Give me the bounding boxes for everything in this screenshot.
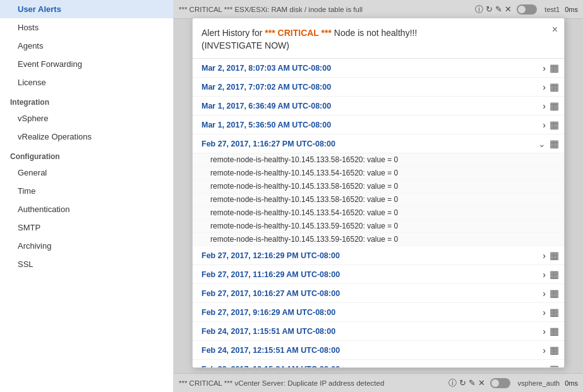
- sub-row-4-1: remote-node-is-healthy-10.145.133.54-165…: [193, 167, 564, 180]
- history-row-10[interactable]: Feb 24, 2017, 12:15:51 AM UTC-08:00 › ▦: [193, 341, 564, 360]
- alert-history-modal: Alert History for *** CRITICAL *** Node …: [192, 18, 565, 368]
- chevron-right-icon: ›: [543, 101, 546, 111]
- chart-icon: ▦: [550, 325, 559, 337]
- history-date-6: Feb 27, 2017, 11:16:29 AM UTC-08:00: [201, 270, 543, 279]
- sidebar-item-vrealize[interactable]: vRealize Operations: [0, 128, 173, 146]
- main-content: *** CRITICAL *** ESX/ESXi: RAM disk / in…: [174, 0, 583, 392]
- chart-icon: ▦: [550, 81, 559, 93]
- history-row-9[interactable]: Feb 24, 2017, 1:15:51 AM UTC-08:00 › ▦: [193, 322, 564, 341]
- chart-icon: ▦: [550, 138, 559, 150]
- chart-icon: ▦: [550, 287, 559, 299]
- chart-icon: ▦: [550, 62, 559, 74]
- sub-row-4-6: remote-node-is-healthy-10.145.133.59-165…: [193, 233, 564, 246]
- history-row-11[interactable]: Feb 23, 2017, 10:15:34 AM UTC-08:00 › ▦: [193, 360, 564, 367]
- modal-header: Alert History for *** CRITICAL *** Node …: [193, 18, 564, 59]
- history-date-9: Feb 24, 2017, 1:15:51 AM UTC-08:00: [201, 327, 543, 336]
- sidebar-item-agents[interactable]: Agents: [0, 37, 173, 55]
- modal-overlay: Alert History for *** CRITICAL *** Node …: [174, 0, 583, 392]
- chevron-right-icon: ›: [543, 364, 546, 367]
- sidebar-item-archiving[interactable]: Archiving: [0, 237, 173, 255]
- chart-icon: ▦: [550, 306, 559, 318]
- sidebar-group-integration-header: Integration: [0, 92, 173, 109]
- chart-icon: ▦: [550, 363, 559, 367]
- sidebar-item-ssl[interactable]: SSL: [0, 255, 173, 273]
- chevron-right-icon: ›: [543, 270, 546, 280]
- chevron-right-icon: ›: [543, 82, 546, 92]
- history-row-8[interactable]: Feb 27, 2017, 9:16:29 AM UTC-08:00 › ▦: [193, 303, 564, 322]
- sub-row-4-2: remote-node-is-healthy-10.145.133.58-165…: [193, 180, 564, 193]
- chart-icon: ▦: [550, 249, 559, 261]
- sidebar-item-general[interactable]: General: [0, 163, 173, 182]
- history-date-0: Mar 2, 2017, 8:07:03 AM UTC-08:00: [201, 64, 543, 73]
- sub-row-4-3: remote-node-is-healthy-10.145.133.58-165…: [193, 193, 564, 206]
- chevron-down-icon: ⌄: [538, 139, 546, 149]
- sidebar-item-user-alerts[interactable]: User Alerts: [0, 0, 173, 18]
- chart-icon: ▦: [550, 268, 559, 280]
- sidebar-section-user-alerts: User Alerts Hosts Agents Event Forwardin…: [0, 0, 173, 92]
- sidebar-item-license[interactable]: License: [0, 73, 173, 92]
- sub-row-4-4: remote-node-is-healthy-10.145.133.54-165…: [193, 206, 564, 220]
- modal-body: Mar 2, 2017, 8:07:03 AM UTC-08:00 › ▦ Ma…: [193, 59, 564, 367]
- history-date-10: Feb 24, 2017, 12:15:51 AM UTC-08:00: [201, 346, 543, 355]
- history-date-4: Feb 27, 2017, 1:16:27 PM UTC-08:00: [201, 140, 538, 148]
- history-row-7[interactable]: Feb 27, 2017, 10:16:27 AM UTC-08:00 › ▦: [193, 284, 564, 303]
- history-date-3: Mar 1, 2017, 5:36:50 AM UTC-08:00: [201, 121, 543, 129]
- history-date-7: Feb 27, 2017, 10:16:27 AM UTC-08:00: [201, 289, 543, 298]
- history-row-4[interactable]: Feb 27, 2017, 1:16:27 PM UTC-08:00 ⌄ ▦: [193, 134, 564, 153]
- chevron-right-icon: ›: [543, 307, 546, 318]
- sidebar-item-smtp[interactable]: SMTP: [0, 218, 173, 237]
- chevron-right-icon: ›: [543, 63, 546, 73]
- sub-row-4-5: remote-node-is-healthy-10.145.133.59-165…: [193, 220, 564, 233]
- chart-icon: ▦: [550, 344, 559, 356]
- sidebar-item-hosts[interactable]: Hosts: [0, 18, 173, 37]
- history-date-2: Mar 1, 2017, 6:36:49 AM UTC-08:00: [201, 102, 543, 110]
- sub-row-4-0: remote-node-is-healthy-10.145.133.58-165…: [193, 153, 564, 167]
- sidebar-item-authentication[interactable]: Authentication: [0, 200, 173, 218]
- sidebar-item-time[interactable]: Time: [0, 182, 173, 200]
- sidebar-section-integration: Integration vSphere vRealize Operations: [0, 92, 173, 146]
- history-row-6[interactable]: Feb 27, 2017, 11:16:29 AM UTC-08:00 › ▦: [193, 265, 564, 284]
- history-row-0[interactable]: Mar 2, 2017, 8:07:03 AM UTC-08:00 › ▦: [193, 59, 564, 78]
- modal-close-button[interactable]: ×: [552, 25, 558, 35]
- history-date-1: Mar 2, 2017, 7:07:02 AM UTC-08:00: [201, 83, 543, 92]
- chart-icon: ▦: [550, 100, 559, 112]
- history-row-2[interactable]: Mar 1, 2017, 6:36:49 AM UTC-08:00 › ▦: [193, 97, 564, 116]
- modal-title: Alert History for *** CRITICAL *** Node …: [201, 27, 541, 52]
- sidebar-group-configuration-header: Configuration: [0, 146, 173, 163]
- chevron-right-icon: ›: [543, 326, 546, 336]
- history-date-11: Feb 23, 2017, 10:15:34 AM UTC-08:00: [201, 365, 543, 367]
- chevron-right-icon: ›: [543, 288, 546, 299]
- chart-icon: ▦: [550, 119, 559, 131]
- sidebar-section-configuration: Configuration General Time Authenticatio…: [0, 146, 173, 273]
- history-row-1[interactable]: Mar 2, 2017, 7:07:02 AM UTC-08:00 › ▦: [193, 78, 564, 97]
- history-date-8: Feb 27, 2017, 9:16:29 AM UTC-08:00: [201, 308, 543, 317]
- history-row-3[interactable]: Mar 1, 2017, 5:36:50 AM UTC-08:00 › ▦: [193, 116, 564, 134]
- chevron-right-icon: ›: [543, 251, 546, 261]
- sidebar: User Alerts Hosts Agents Event Forwardin…: [0, 0, 174, 392]
- sidebar-item-vsphere[interactable]: vSphere: [0, 109, 173, 128]
- chevron-right-icon: ›: [543, 345, 546, 355]
- chevron-right-icon: ›: [543, 120, 546, 130]
- history-date-5: Feb 27, 2017, 12:16:29 PM UTC-08:00: [201, 251, 543, 260]
- sidebar-item-event-forwarding[interactable]: Event Forwarding: [0, 55, 173, 73]
- history-row-5[interactable]: Feb 27, 2017, 12:16:29 PM UTC-08:00 › ▦: [193, 246, 564, 265]
